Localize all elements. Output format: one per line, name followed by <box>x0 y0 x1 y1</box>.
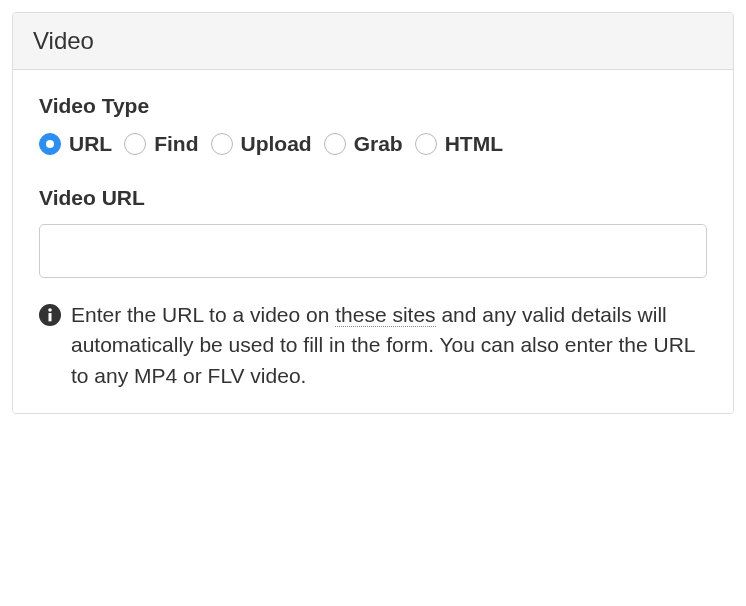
video-type-radio-group: URL Find Upload Grab HTML <box>39 132 707 156</box>
radio-label: Upload <box>241 132 312 156</box>
video-url-label: Video URL <box>39 186 707 210</box>
radio-icon <box>415 133 437 155</box>
radio-option-upload[interactable]: Upload <box>211 132 312 156</box>
info-icon <box>39 304 61 326</box>
panel-body: Video Type URL Find Upload Grab HTML <box>13 70 733 413</box>
radio-icon <box>324 133 346 155</box>
radio-label: HTML <box>445 132 503 156</box>
video-type-label: Video Type <box>39 94 707 118</box>
radio-icon <box>211 133 233 155</box>
radio-option-grab[interactable]: Grab <box>324 132 403 156</box>
help-text: Enter the URL to a video on these sites … <box>71 300 707 391</box>
radio-label: Grab <box>354 132 403 156</box>
radio-label: Find <box>154 132 198 156</box>
svg-point-1 <box>48 308 52 312</box>
radio-option-find[interactable]: Find <box>124 132 198 156</box>
video-panel: Video Video Type URL Find Upload Grab <box>12 12 734 414</box>
radio-option-url[interactable]: URL <box>39 132 112 156</box>
radio-icon <box>39 133 61 155</box>
radio-label: URL <box>69 132 112 156</box>
help-text-before: Enter the URL to a video on <box>71 303 335 326</box>
radio-option-html[interactable]: HTML <box>415 132 503 156</box>
help-block: Enter the URL to a video on these sites … <box>39 300 707 391</box>
panel-title: Video <box>13 13 733 70</box>
svg-rect-2 <box>48 313 51 321</box>
radio-icon <box>124 133 146 155</box>
these-sites-link[interactable]: these sites <box>335 303 435 327</box>
video-url-input[interactable] <box>39 224 707 278</box>
